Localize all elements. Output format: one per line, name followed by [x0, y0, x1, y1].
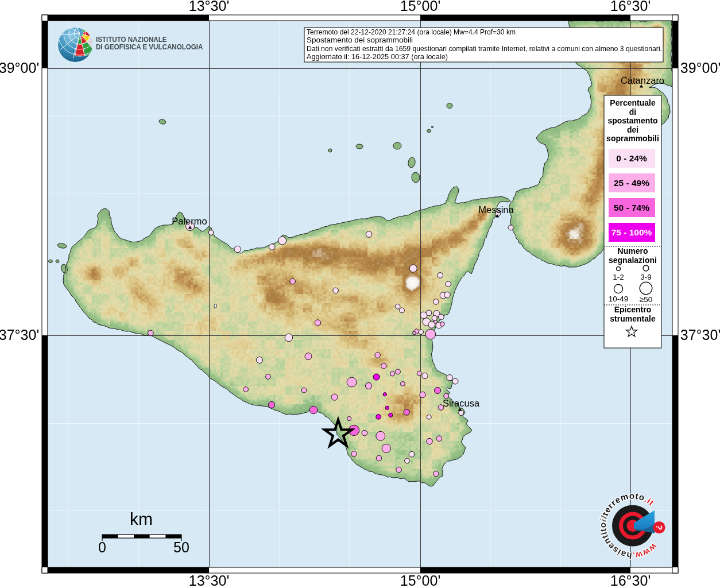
- svg-text:3-9: 3-9: [640, 273, 652, 281]
- svg-text:37°30': 37°30': [0, 327, 39, 343]
- svg-text:39°00': 39°00': [680, 60, 720, 76]
- svg-text:DI GEOFISICA E VULCANOLOGIA: DI GEOFISICA E VULCANOLOGIA: [96, 43, 203, 52]
- svg-text:Spostamento dei soprammobili: Spostamento dei soprammobili: [307, 36, 413, 44]
- svg-text:13°30': 13°30': [189, 0, 229, 14]
- svg-text:Percentuale: Percentuale: [610, 98, 656, 107]
- svg-text:0 - 24%: 0 - 24%: [616, 153, 647, 163]
- svg-text:soprammobili: soprammobili: [606, 134, 659, 143]
- svg-text:16°30': 16°30': [610, 0, 651, 14]
- svg-text:Siracusa: Siracusa: [443, 398, 480, 408]
- svg-text:13°30': 13°30': [189, 572, 229, 588]
- svg-text:Numero: Numero: [618, 246, 648, 256]
- svg-text:0: 0: [98, 539, 106, 555]
- svg-text:15°00': 15°00': [400, 572, 440, 588]
- svg-text:Terremoto del 22-12-2020 21:27: Terremoto del 22-12-2020 21:27:24 (ora l…: [307, 28, 516, 36]
- svg-text:75 - 100%: 75 - 100%: [611, 227, 652, 237]
- svg-text:km: km: [130, 509, 153, 528]
- svg-text:15°00': 15°00': [400, 0, 440, 14]
- svg-text:di: di: [629, 107, 636, 117]
- svg-text:10-49: 10-49: [609, 295, 629, 303]
- svg-text:≥50: ≥50: [640, 295, 652, 304]
- svg-text:16°30': 16°30': [610, 572, 651, 588]
- svg-text:Palermo: Palermo: [172, 216, 207, 226]
- svg-text:25 - 49%: 25 - 49%: [614, 178, 649, 188]
- svg-text:Aggiornato il: 16-12-2025 00:3: Aggiornato il: 16-12-2025 00:37 (ora loc…: [307, 52, 448, 61]
- svg-text:Dati non verificati estratti d: Dati non verificati estratti da 1659 que…: [307, 44, 662, 53]
- svg-text:37°30': 37°30': [680, 327, 720, 343]
- svg-text:dei: dei: [627, 125, 638, 134]
- svg-text:Catanzaro: Catanzaro: [621, 75, 664, 86]
- svg-text:segnalazioni: segnalazioni: [609, 256, 657, 265]
- svg-text:1-2: 1-2: [613, 273, 624, 281]
- svg-text:50 - 74%: 50 - 74%: [614, 203, 649, 212]
- svg-text:Epicentro: Epicentro: [614, 305, 652, 314]
- svg-text:strumentale: strumentale: [610, 314, 656, 323]
- svg-text:50: 50: [173, 539, 189, 555]
- svg-text:Messina: Messina: [478, 204, 514, 215]
- svg-text:39°00': 39°00': [0, 60, 39, 76]
- svg-text:spostamento: spostamento: [607, 116, 657, 125]
